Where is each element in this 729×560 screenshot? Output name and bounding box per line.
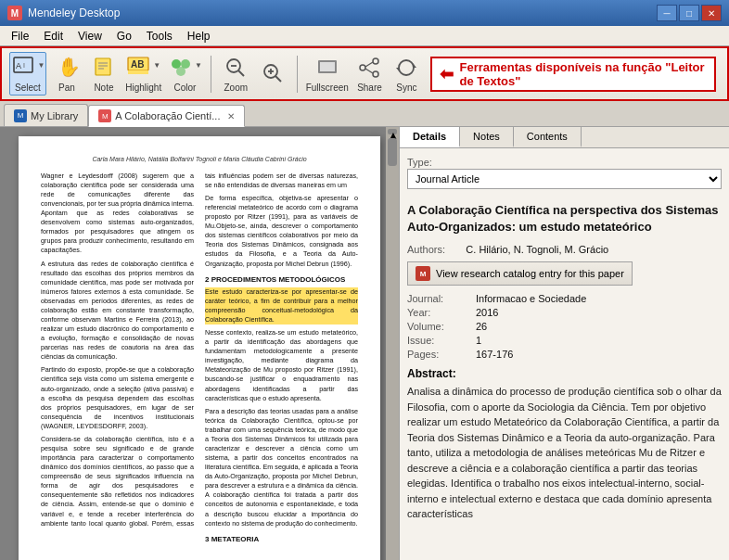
svg-text:A: A — [16, 61, 21, 70]
close-button[interactable]: ✕ — [701, 5, 722, 21]
banner-text: Ferramentas disponíveis na função "Leito… — [459, 60, 707, 88]
highlight-arrow: ▼ — [153, 61, 160, 70]
pdf-body: Wagner e Leydesdorff (2008) sugerem que … — [41, 172, 358, 544]
document-tab[interactable]: M A Colaboração Cientí... ✕ — [88, 105, 245, 127]
sync-button[interactable]: Sync — [390, 52, 423, 95]
zoom-out-button[interactable]: Zoom — [219, 52, 252, 95]
issue-label: Issue: — [407, 335, 472, 346]
pdf-para-3: Partindo do exposto, propõe-se que a col… — [41, 365, 194, 431]
notes-tab[interactable]: Notes — [460, 127, 514, 147]
note-tool-button[interactable]: Note — [87, 52, 121, 95]
maximize-button[interactable]: □ — [679, 5, 699, 21]
pdf-section-3: 3 METATEORIA — [205, 534, 358, 544]
pdf-col2-para1: De forma específica, objetiva-se apresen… — [205, 194, 358, 269]
journal-value: Informacao e Sociedade — [476, 293, 722, 304]
pdf-scrollbar[interactable]: ▲ — [386, 127, 399, 560]
color-tool-button[interactable]: ▼ Color — [167, 52, 204, 95]
app-title: Mendeley Desktop — [28, 6, 120, 19]
library-tab-label: My Library — [31, 110, 78, 121]
svg-line-27 — [365, 69, 373, 73]
abstract-title: Abstract: — [407, 367, 722, 380]
authors-row: Authors: C. Hilário, N. Tognoli, M. Grác… — [407, 243, 722, 256]
zoom-in-button[interactable] — [256, 57, 289, 91]
share-button[interactable]: Share — [352, 52, 386, 95]
fullscreen-label: Fullscreen — [306, 83, 349, 93]
type-row: Type: Journal Article — [407, 156, 722, 197]
zoom-out-icon — [223, 55, 249, 81]
svg-rect-22 — [320, 62, 335, 71]
pdf-para-1: Wagner e Leydesdorff (2008) sugerem que … — [41, 172, 194, 256]
paper-title: A Colaboração Científica na perspectiva … — [407, 202, 722, 235]
svg-text:✋: ✋ — [58, 56, 79, 78]
authors-label: Authors: — [407, 244, 463, 255]
main-area: Carla Mara Hilário, Natália Bolfarini To… — [0, 127, 729, 560]
library-icon: M — [14, 109, 27, 122]
svg-line-26 — [365, 62, 373, 67]
details-tab[interactable]: Details — [400, 127, 460, 147]
fullscreen-icon — [314, 55, 340, 81]
menu-edit[interactable]: Edit — [36, 28, 70, 45]
svg-line-16 — [238, 70, 244, 76]
type-label: Type: — [407, 157, 463, 168]
right-content: Type: Journal Article A Colaboração Cien… — [400, 148, 729, 560]
view-catalog-button[interactable]: M View research catalog entry for this p… — [407, 261, 633, 286]
fullscreen-button[interactable]: Fullscreen — [305, 52, 349, 95]
svg-point-23 — [373, 58, 378, 64]
pan-icon: ✋ — [54, 55, 80, 81]
library-tab[interactable]: M My Library — [4, 104, 88, 126]
share-icon — [356, 55, 382, 81]
document-icon: M — [98, 109, 111, 122]
select-label: Select — [15, 83, 41, 93]
pan-tool-button[interactable]: ✋ Pan — [50, 52, 83, 95]
view-catalog-label: View research catalog entry for this pap… — [436, 268, 624, 279]
title-bar: M Mendeley Desktop ─ □ ✕ — [0, 0, 729, 26]
pages-label: Pages: — [407, 349, 472, 360]
menu-file[interactable]: File — [4, 28, 36, 45]
svg-point-13 — [176, 67, 185, 76]
pdf-author-line: Carla Mara Hilário, Natália Bolfarini To… — [41, 155, 358, 164]
color-arrow: ▼ — [195, 61, 202, 70]
contents-tab[interactable]: Contents — [514, 127, 582, 147]
highlight-tool-button[interactable]: AB ▼ Highlight — [124, 52, 163, 95]
tab-bar: M My Library M A Colaboração Cientí... ✕ — [0, 101, 729, 127]
menu-help[interactable]: Help — [180, 28, 218, 45]
zoom-in-icon — [260, 60, 286, 86]
banner-arrow: ⬅ — [440, 64, 454, 84]
select-arrow: ▼ — [38, 61, 45, 70]
svg-point-25 — [360, 65, 365, 70]
menu-view[interactable]: View — [70, 28, 109, 45]
pages-value: 167-176 — [476, 349, 722, 360]
year-value: 2016 — [476, 307, 722, 318]
menu-tools[interactable]: Tools — [139, 28, 180, 45]
right-panel: Details Notes Contents Type: Journal Art… — [399, 127, 729, 560]
app-icon: M — [7, 6, 22, 20]
pan-label: Pan — [58, 83, 75, 93]
note-label: Note — [94, 83, 113, 93]
journal-label: Journal: — [407, 293, 472, 304]
pdf-col2-para3: Para a descrição das teorias usadas para… — [205, 407, 358, 528]
minimize-button[interactable]: ─ — [657, 5, 677, 21]
toolbar-sep-2 — [297, 56, 298, 93]
scroll-up-arrow[interactable]: ▲ — [388, 129, 397, 134]
abstract-text: Analisa a dinâmica do processo de produç… — [407, 384, 722, 522]
scroll-thumb[interactable] — [388, 138, 397, 166]
year-label: Year: — [407, 307, 472, 318]
right-tab-bar: Details Notes Contents — [400, 127, 729, 148]
pdf-col2-para2: Nesse contexto, realiza-se um estudo met… — [205, 328, 358, 403]
document-tab-close[interactable]: ✕ — [227, 111, 235, 121]
document-tab-label: A Colaboração Cientí... — [115, 110, 220, 121]
window-controls: ─ □ ✕ — [657, 5, 722, 21]
sync-icon — [393, 55, 419, 81]
issue-value: 1 — [476, 335, 722, 346]
type-select[interactable]: Journal Article — [407, 169, 722, 189]
select-tool-button[interactable]: A I ▼ Select — [9, 52, 46, 95]
color-icon — [168, 55, 194, 81]
sync-label: Sync — [396, 83, 416, 93]
note-icon — [91, 55, 117, 81]
menu-go[interactable]: Go — [109, 28, 139, 45]
svg-line-20 — [275, 76, 281, 82]
svg-point-24 — [373, 71, 378, 77]
pdf-area: Carla Mara Hilário, Natália Bolfarini To… — [0, 127, 399, 560]
svg-text:I: I — [23, 62, 25, 69]
metadata-grid: Journal: Informacao e Sociedade Year: 20… — [407, 293, 722, 360]
